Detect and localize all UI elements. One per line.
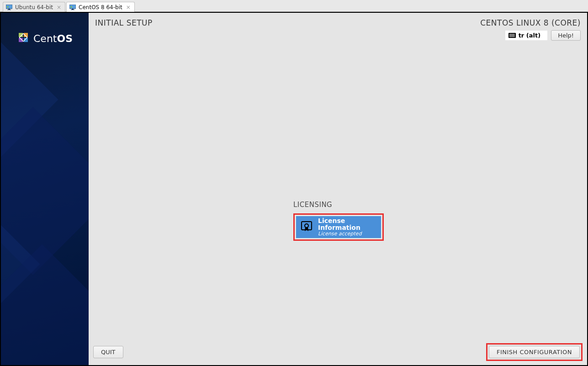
- vm-tab-centos[interactable]: CentOS 8 64-bit ×: [66, 2, 135, 12]
- page-title: INITIAL SETUP: [95, 18, 153, 27]
- license-card-texts: License Information License accepted: [318, 217, 377, 237]
- keyboard-layout-indicator[interactable]: tr (alt): [505, 31, 547, 40]
- highlight-license-card: License Information License accepted: [293, 213, 384, 241]
- os-name: CENTOS LINUX 8 (CORE): [480, 18, 581, 27]
- svg-point-12: [305, 224, 308, 228]
- monitor-icon: [69, 5, 76, 10]
- vm-tabbar: Ubuntu 64-bit × CentOS 8 64-bit ×: [0, 0, 588, 12]
- vm-tab-label: Ubuntu 64-bit: [15, 4, 53, 11]
- license-card-subtitle: License accepted: [318, 231, 377, 237]
- certificate-icon: [300, 220, 313, 234]
- finish-configuration-button[interactable]: FINISH CONFIGURATION: [489, 346, 580, 358]
- quit-button[interactable]: QUIT: [93, 346, 123, 358]
- header-controls: tr (alt) Help!: [480, 30, 581, 41]
- close-icon[interactable]: ×: [126, 4, 131, 11]
- vm-tab-ubuntu[interactable]: Ubuntu 64-bit ×: [3, 2, 65, 12]
- sidebar: CentOS: [1, 13, 89, 365]
- svg-rect-1: [8, 9, 10, 10]
- monitor-icon: [6, 5, 12, 10]
- window: Ubuntu 64-bit × CentOS 8 64-bit ×: [0, 0, 588, 366]
- vm-screen: CentOS INITIAL SETUP CENTOS LINUX 8 (COR…: [0, 12, 588, 366]
- keyboard-icon: [509, 33, 516, 38]
- svg-rect-2: [7, 10, 11, 10]
- svg-rect-4: [72, 9, 74, 10]
- svg-rect-0: [6, 5, 12, 9]
- highlight-finish-button: FINISH CONFIGURATION: [486, 343, 583, 361]
- centos-logo-icon: [17, 31, 30, 46]
- keyboard-layout-label: tr (alt): [519, 32, 540, 39]
- brand-text: CentOS: [33, 33, 73, 44]
- close-icon[interactable]: ×: [57, 4, 61, 11]
- brand: CentOS: [1, 31, 89, 46]
- content: LICENSING License Information Li: [89, 41, 587, 343]
- licensing-section-title: LICENSING: [293, 201, 332, 209]
- footer: QUIT FINISH CONFIGURATION: [89, 343, 587, 365]
- main-pane: INITIAL SETUP CENTOS LINUX 8 (CORE) tr (…: [89, 13, 587, 365]
- header: INITIAL SETUP CENTOS LINUX 8 (CORE) tr (…: [89, 13, 587, 41]
- header-right: CENTOS LINUX 8 (CORE) tr (alt) Help!: [480, 18, 581, 41]
- svg-rect-5: [71, 10, 74, 10]
- vm-tab-label: CentOS 8 64-bit: [79, 4, 122, 11]
- help-button[interactable]: Help!: [551, 30, 581, 41]
- sidebar-decor: [1, 13, 89, 365]
- svg-rect-3: [69, 5, 76, 9]
- license-card-title: License Information: [318, 217, 377, 232]
- license-information-card[interactable]: License Information License accepted: [296, 216, 381, 238]
